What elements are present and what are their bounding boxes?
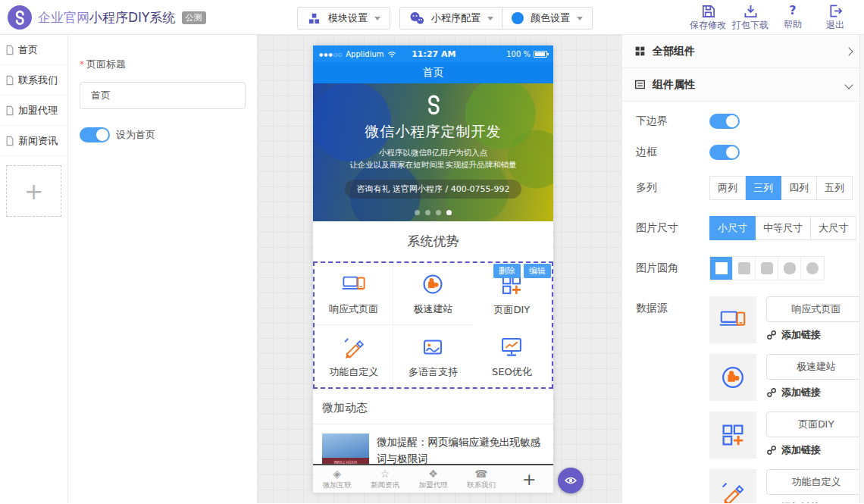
banner-cta-pill[interactable]: 咨询有礼 送官网小程序 / 400-0755-992 — [345, 180, 521, 199]
carousel-dot[interactable] — [436, 210, 441, 215]
add-link-button[interactable]: 添加链接 — [766, 328, 864, 342]
feature-cell-multilang[interactable]: 多语言支持 — [393, 325, 472, 387]
carousel-dot[interactable] — [425, 210, 430, 215]
all-components-header[interactable]: 全部组件 — [622, 35, 864, 68]
datasource-title-input[interactable] — [766, 412, 864, 437]
size-option-small-selected[interactable]: 小尺寸 — [709, 216, 756, 240]
columns-option-5[interactable]: 五列 — [817, 176, 853, 200]
set-home-toggle[interactable] — [80, 127, 110, 142]
chevron-down-icon — [487, 17, 493, 20]
download-button[interactable]: 打包下载 — [729, 4, 772, 32]
tab-agency[interactable]: ❖ 加盟代理 — [409, 468, 457, 490]
tab-contact[interactable]: ☎ 联系我们 — [457, 468, 505, 490]
carousel-dot-active[interactable] — [446, 210, 452, 215]
border-toggle[interactable] — [709, 145, 740, 160]
add-page-button[interactable]: + — [6, 165, 61, 217]
module-settings-dropdown[interactable]: 模块设置 — [297, 7, 390, 30]
status-time: 11:27 AM — [396, 49, 472, 59]
carousel-dot[interactable] — [415, 210, 420, 215]
phone-nav-bar: 首页 — [313, 62, 553, 83]
datasource-title-input[interactable] — [766, 469, 864, 495]
gem-icon: ◈ — [333, 468, 341, 480]
pages-sidebar: 首页 联系我们 加盟代理 新闻资讯 + — [0, 35, 68, 503]
props-form: 下边界 边框 多列 两列 三列 四列 五列 图片尺寸 小尺寸 — [622, 102, 864, 503]
sidebar-item-news[interactable]: 新闻资讯 — [0, 126, 67, 156]
help-button[interactable]: ? 帮助 — [772, 4, 814, 32]
list-icon — [634, 79, 646, 90]
exit-icon — [828, 4, 843, 18]
feature-cell-speed[interactable]: 极速建站 — [393, 263, 472, 325]
sidebar-item-agency[interactable]: 加盟代理 — [0, 95, 67, 126]
color-settings-dropdown[interactable]: 颜色设置 — [502, 7, 593, 30]
delete-component-button[interactable]: 删除 — [493, 264, 521, 278]
app-logo: 企业官网小程序DIY系统 公测 — [8, 5, 206, 30]
page-title-label: *页面标题 — [80, 58, 246, 71]
exit-button[interactable]: 退出 — [814, 4, 856, 32]
bottom-border-toggle[interactable] — [709, 114, 740, 129]
save-button[interactable]: 保存修改 — [687, 4, 729, 32]
wifi-icon — [387, 51, 396, 58]
phone-icon: ☎ — [474, 468, 487, 480]
radius-option-4[interactable] — [801, 257, 824, 280]
add-link-button[interactable]: 添加链接 — [766, 443, 864, 457]
banner-slide[interactable]: 微信小程序定制开发 小程序以微信8亿用户为切入点 让企业以及商家在短时间里实现提… — [313, 83, 553, 221]
add-link-button[interactable]: 添加链接 — [766, 501, 864, 503]
datasource-item-speed: 添加链接 — [709, 354, 864, 401]
size-option-medium[interactable]: 中等尺寸 — [756, 216, 811, 240]
border-label: 边框 — [636, 146, 709, 159]
workspace: 首页 联系我们 加盟代理 新闻资讯 + *页面标题 设为首页 ●●●○○ — [0, 35, 864, 503]
add-link-button[interactable]: 添加链接 — [766, 386, 864, 399]
component-action-badges: 删除 编辑 — [493, 264, 551, 278]
component-props-panel: 全部组件 组件属性 下边界 边框 多列 两列 三列 四列 — [621, 35, 864, 503]
phone-preview: ●●●○○ Applidium 11:27 AM 100 % 首页 微信小程序定… — [313, 45, 553, 493]
phone-status-bar: ●●●○○ Applidium 11:27 AM 100 % — [313, 45, 553, 62]
help-icon: ? — [789, 4, 796, 17]
fast-build-icon — [718, 363, 747, 392]
sidebar-item-contact[interactable]: 联系我们 — [0, 65, 67, 95]
design-canvas: ●●●○○ Applidium 11:27 AM 100 % 首页 微信小程序定… — [258, 35, 621, 503]
diamond-icon: ❖ — [428, 468, 438, 480]
advantage-section-title: 系统优势 — [313, 221, 553, 261]
tab-news[interactable]: ☆ 新闻资讯 — [361, 468, 409, 490]
app-title: 企业官网小程序DIY系统 — [38, 9, 176, 27]
page-icon — [5, 75, 14, 86]
radius-option-2[interactable] — [756, 257, 778, 280]
color-swatch-icon — [512, 12, 524, 24]
chevron-down-icon — [844, 80, 853, 89]
columns-option-4[interactable]: 四列 — [781, 176, 817, 200]
feature-cell-custom[interactable]: 功能自定义 — [315, 325, 393, 387]
carousel-dots — [313, 210, 553, 215]
columns-segmented-control: 两列 三列 四列 五列 — [709, 176, 853, 200]
chevron-down-icon — [374, 17, 380, 20]
link-icon — [766, 445, 777, 455]
radius-option-1[interactable] — [733, 257, 756, 280]
size-option-large[interactable]: 大尺寸 — [811, 216, 856, 240]
columns-option-3-selected[interactable]: 三列 — [746, 176, 781, 200]
datasource-tile — [709, 354, 756, 401]
banner-title: 微信小程序定制开发 — [313, 122, 553, 142]
datasource-title-input[interactable] — [766, 354, 864, 380]
columns-option-2[interactable]: 两列 — [709, 176, 746, 200]
custom-function-icon — [718, 478, 747, 503]
preview-button[interactable] — [558, 468, 584, 493]
signal-dots: ●●●○○ — [319, 52, 343, 57]
link-icon — [766, 387, 777, 398]
tab-weijia[interactable]: ◈ 微加互联 — [313, 468, 361, 490]
page-title-input[interactable] — [80, 82, 246, 109]
datasource-title-input[interactable] — [766, 296, 864, 322]
radius-option-0-selected[interactable] — [710, 257, 733, 280]
component-props-header[interactable]: 组件属性 — [622, 68, 864, 102]
image-size-segmented-control: 小尺寸 中等尺寸 大尺寸 — [709, 216, 856, 240]
feature-cell-responsive[interactable]: 响应式页面 — [315, 263, 393, 325]
feature-grid-component-selected[interactable]: 删除 编辑 响应式页面 极速建站 页面DIY 功能自定义 — [313, 261, 553, 389]
radius-option-3[interactable] — [778, 257, 801, 280]
chevron-right-icon — [844, 47, 853, 55]
miniprogram-config-dropdown[interactable]: 小程序配置 — [399, 7, 503, 30]
edit-component-button[interactable]: 编辑 — [524, 264, 551, 278]
sidebar-item-home[interactable]: 首页 — [0, 35, 67, 65]
datasource-tile — [709, 469, 756, 503]
banner-subtitle: 小程序以微信8亿用户为切入点 让企业以及商家在短时间里实现提升品牌和销量 — [313, 146, 553, 171]
link-icon — [766, 502, 777, 503]
tab-add-button[interactable]: + — [506, 470, 553, 489]
feature-cell-seo[interactable]: SEO优化 — [473, 325, 552, 387]
